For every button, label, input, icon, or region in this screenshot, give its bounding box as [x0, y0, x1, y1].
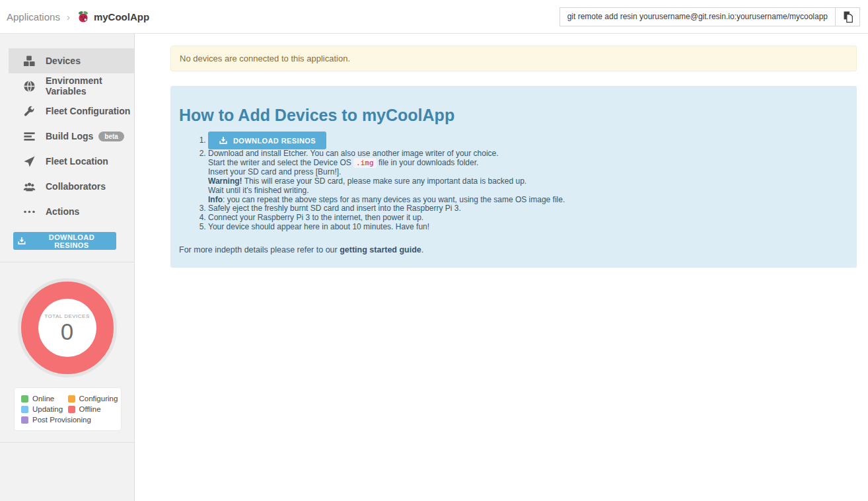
git-remote-box: git remote add resin yourusername@git.re…: [560, 7, 860, 26]
sidebar-item-label: Fleet Configuration: [46, 106, 130, 116]
globe-icon: [23, 80, 36, 93]
online-swatch: [21, 395, 28, 403]
download-resinos-button[interactable]: DOWNLOAD RESINOS: [13, 232, 116, 250]
sidebar: Devices Environment Variables Fleet Conf…: [0, 34, 135, 501]
beta-badge: beta: [98, 132, 124, 141]
copy-button[interactable]: [835, 7, 860, 26]
sidebar-divider: [0, 442, 134, 443]
devices-icon: [23, 55, 36, 67]
total-devices-donut-chart: TOTAL DEVICES 0: [18, 278, 117, 377]
sidebar-item-label: Devices: [46, 56, 81, 66]
legend-label: Post Provisioning: [32, 416, 91, 424]
build-logs-icon: [23, 130, 36, 143]
guide-step-3: Safely eject the freshly burnt SD card a…: [208, 204, 848, 213]
guide-footer: For more indepth details please refer to…: [179, 245, 848, 254]
guide-title: How to Add Devices to myCoolApp: [179, 106, 848, 125]
ellipsis-icon: [23, 206, 36, 218]
total-devices-value: 0: [61, 320, 73, 343]
legend-label: Offline: [79, 405, 101, 413]
no-devices-alert: No devices are connected to this applica…: [170, 46, 857, 71]
step2-line1: Download and install Etcher. You can als…: [208, 149, 848, 159]
download-resinos-label: DOWNLOAD RESINOS: [31, 233, 112, 249]
step2-line5: Wait until it's finished writing.: [208, 186, 848, 196]
top-bar: Applications › myCoolApp git remote add …: [0, 0, 868, 34]
sidebar-item-environment-variables[interactable]: Environment Variables: [9, 73, 134, 98]
sidebar-item-label: Collaborators: [46, 181, 106, 192]
legend-item-updating: Updating: [21, 404, 68, 414]
collaborators-icon: [23, 180, 36, 193]
configuring-swatch: [68, 395, 75, 403]
sidebar-item-collaborators[interactable]: Collaborators: [9, 174, 134, 199]
getting-started-guide-link[interactable]: getting started guide: [340, 245, 421, 254]
step2-line3: Insert your SD card and press [Burn!].: [208, 168, 848, 177]
main-content: No devices are connected to this applica…: [135, 34, 868, 501]
offline-swatch: [68, 406, 75, 413]
legend-item-online: Online: [21, 393, 68, 404]
guide-steps: DOWNLOAD RESINOS Download and install Et…: [179, 132, 848, 232]
updating-swatch: [21, 406, 28, 413]
copy-icon: [842, 11, 853, 23]
navigation-arrow-icon: [23, 155, 36, 168]
sidebar-item-label: Fleet Location: [46, 156, 108, 167]
legend-item-configuring: Configuring: [68, 393, 115, 404]
post-provisioning-swatch: [21, 416, 28, 424]
breadcrumb: Applications › myCoolApp: [7, 10, 149, 23]
sidebar-item-devices[interactable]: Devices: [9, 48, 134, 73]
guide-step-1: DOWNLOAD RESINOS: [208, 132, 848, 149]
sidebar-item-label: Actions: [46, 206, 79, 217]
breadcrumb-app: myCoolApp: [77, 10, 149, 23]
sidebar-item-build-logs[interactable]: Build Logs beta: [9, 124, 134, 149]
etcher-link[interactable]: Etcher: [283, 149, 306, 158]
legend-label: Online: [32, 395, 54, 403]
step2-line4: Warning! This will erase your SD card, p…: [208, 177, 848, 186]
download-icon: [219, 136, 228, 145]
legend-item-offline: Offline: [68, 404, 115, 414]
download-resinos-label: DOWNLOAD RESINOS: [233, 137, 316, 145]
app-title: myCoolApp: [94, 11, 149, 22]
raspberry-pi-icon: [77, 10, 90, 23]
guide-step-4: Connect your Raspberry Pi 3 to the inter…: [208, 213, 848, 223]
breadcrumb-applications-link[interactable]: Applications: [7, 11, 60, 22]
legend-label: Updating: [32, 405, 63, 413]
donut-center: TOTAL DEVICES 0: [38, 299, 96, 357]
guide-step-2: Download and install Etcher. You can als…: [208, 149, 848, 204]
step2-line6: Info: you can repeat the above steps for…: [208, 196, 848, 205]
sidebar-item-fleet-location[interactable]: Fleet Location: [9, 149, 134, 174]
legend-label: Configuring: [79, 395, 118, 403]
wrench-icon: [23, 105, 36, 118]
sidebar-item-fleet-configuration[interactable]: Fleet Configuration: [9, 98, 134, 124]
sidebar-item-label: Build Logs: [46, 131, 93, 141]
img-code: .img: [353, 158, 377, 168]
sidebar-item-label: Environment Variables: [46, 75, 134, 96]
git-remote-command[interactable]: git remote add resin yourusername@git.re…: [560, 7, 835, 26]
download-resinos-button-main[interactable]: DOWNLOAD RESINOS: [208, 132, 326, 149]
guide-step-5: Your device should appear here in about …: [208, 223, 848, 232]
device-status-legend: Online Configuring Updating Offline Post…: [15, 388, 121, 430]
sidebar-item-actions[interactable]: Actions: [9, 199, 134, 224]
how-to-add-devices-panel: How to Add Devices to myCoolApp DOWNLOAD…: [170, 86, 857, 268]
sidebar-divider: [0, 262, 134, 262]
step2-line2: Start the writer and select the Device O…: [208, 159, 848, 168]
download-icon: [17, 237, 26, 246]
legend-item-post-provisioning: Post Provisioning: [21, 414, 114, 425]
chevron-right-icon: ›: [67, 11, 70, 22]
